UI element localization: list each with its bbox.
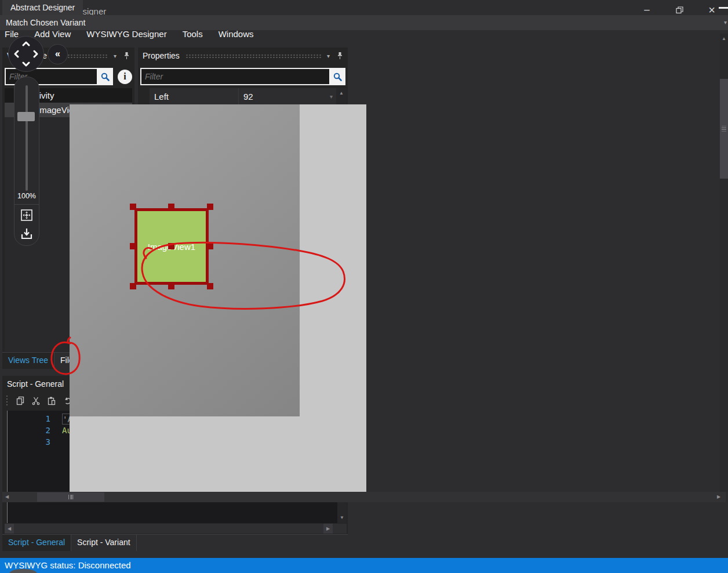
value-text: 92: [243, 92, 253, 101]
resize-handle-ne[interactable]: [207, 204, 213, 210]
editor-hscrollbar[interactable]: ◀ ▶: [5, 524, 347, 534]
zoom-slider-thumb[interactable]: [17, 112, 35, 121]
properties-header: Properties ▾: [138, 48, 348, 64]
menu-item-tools[interactable]: Tools: [183, 29, 203, 39]
line-number: 3: [8, 437, 50, 447]
paste-button[interactable]: [43, 394, 59, 408]
views-tree-search-button[interactable]: [97, 68, 113, 85]
scroll-left-icon[interactable]: ◀: [2, 492, 12, 502]
scrollbar-grip: [68, 495, 74, 499]
zoom-percentage: 100%: [14, 192, 39, 200]
tab-abstract-designer[interactable]: Abstract Designer: [2, 0, 83, 15]
properties-filter-row: [138, 64, 348, 89]
line-number: 1: [8, 414, 50, 423]
search-icon: [100, 72, 110, 82]
import-icon: [20, 227, 34, 241]
script-title: Script - General: [7, 379, 64, 389]
copy-button[interactable]: [12, 394, 28, 408]
resize-handle-w[interactable]: [130, 243, 136, 249]
scrollbar-thumb[interactable]: [720, 79, 728, 179]
info-icon[interactable]: i: [118, 70, 132, 84]
property-name: Left: [150, 88, 239, 105]
property-value-left[interactable]: 92▾: [239, 88, 336, 105]
variant-dropdown-label: Match Chosen Variant: [6, 18, 85, 27]
variant-dropdown[interactable]: Match Chosen Variant ▾: [0, 15, 728, 30]
property-row-left[interactable]: Left92▾: [150, 88, 336, 106]
pan-pad[interactable]: [8, 36, 44, 72]
designer-vscrollbar[interactable]: ▲: [720, 34, 728, 492]
fit-to-screen-button[interactable]: [20, 208, 34, 222]
chevron-down-icon: ▾: [724, 15, 727, 30]
scroll-left-icon[interactable]: ◀: [5, 524, 14, 534]
tab-script-general[interactable]: Script - General: [2, 535, 71, 551]
line-number: 2: [8, 426, 50, 435]
imageview-widget[interactable]: ImageView1: [134, 208, 209, 285]
divider: [14, 204, 39, 205]
scroll-right-icon[interactable]: ▶: [323, 524, 333, 534]
pin-icon[interactable]: [337, 52, 343, 60]
resize-handle-s[interactable]: [168, 283, 174, 289]
pin-icon[interactable]: [123, 52, 130, 60]
pan-arrows-icon: [9, 37, 43, 71]
scrollbar-grip: [722, 126, 726, 132]
chevron-down-icon[interactable]: ▾: [330, 88, 333, 105]
scroll-right-icon[interactable]: ▶: [714, 492, 723, 502]
divider: [719, 7, 728, 9]
scroll-up-icon[interactable]: ▲: [720, 35, 728, 43]
properties-search-button[interactable]: [329, 68, 345, 85]
restore-icon: [676, 6, 683, 14]
visual-designer-window: A (1) Visual Designer – × FileAdd ViewWY…: [0, 0, 728, 573]
search-icon: [333, 72, 343, 82]
designer-canvas[interactable]: ImageView1: [70, 104, 366, 492]
zoom-control: 100%: [14, 77, 39, 246]
import-button[interactable]: [20, 227, 34, 241]
resize-handle-nw[interactable]: [130, 204, 136, 210]
resize-handle-e[interactable]: [207, 243, 213, 249]
collapse-button[interactable]: «: [48, 44, 68, 64]
chevron-down-icon[interactable]: ▾: [327, 53, 330, 59]
tab-views-tree[interactable]: Views Tree: [2, 353, 54, 369]
move-handle-center[interactable]: [168, 243, 174, 249]
script-tabs: Script - GeneralScript - Variant: [2, 534, 348, 551]
scroll-down-icon[interactable]: ▼: [337, 514, 347, 522]
fit-icon: [20, 208, 34, 222]
scroll-up-icon[interactable]: ▲: [336, 89, 347, 97]
resize-handle-sw[interactable]: [130, 283, 136, 289]
property-name-label: Left: [154, 92, 169, 101]
header-grip: [185, 54, 321, 58]
toolbar-grip[interactable]: [6, 396, 9, 406]
menu-item-windows[interactable]: Windows: [219, 29, 254, 39]
zoom-slider-track[interactable]: [26, 85, 28, 191]
activity-surface[interactable]: ImageView1: [70, 104, 300, 416]
chevron-down-icon[interactable]: ▾: [114, 53, 117, 59]
resize-handle-n[interactable]: [168, 204, 174, 210]
status-bar: WYSIWYG status: Disconnected: [0, 558, 728, 573]
scrollbar-thumb[interactable]: [37, 492, 104, 502]
properties-title: Properties: [143, 51, 180, 60]
tab-script-variant[interactable]: Script - Variant: [71, 535, 137, 551]
cut-button[interactable]: [28, 394, 43, 408]
properties-filter-input[interactable]: [140, 68, 329, 85]
menu-item-wysiwyg-designer[interactable]: WYSIWYG Designer: [86, 29, 166, 39]
designer-hscrollbar[interactable]: ◀ ▶: [2, 492, 726, 502]
resize-handle-se[interactable]: [207, 283, 213, 289]
